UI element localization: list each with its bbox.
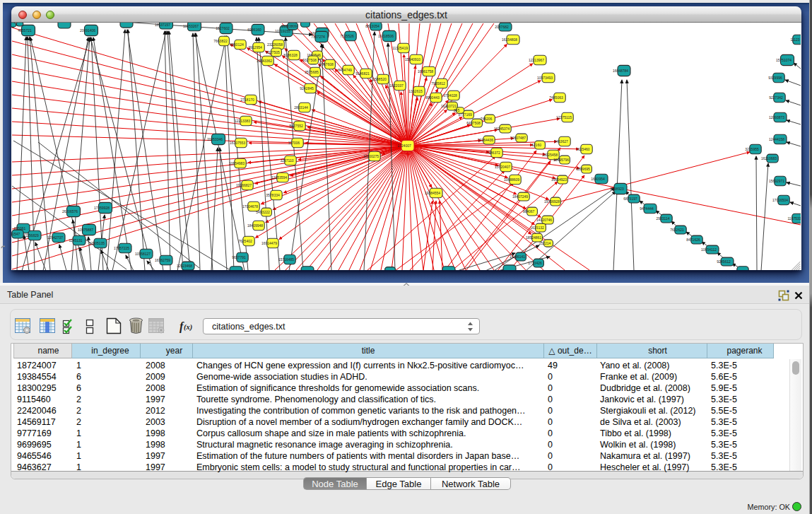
svg-text:12375115: 12375115 [556,115,572,119]
svg-text:4055721: 4055721 [18,28,32,33]
svg-text:6966160: 6966160 [247,28,261,32]
svg-text:9327508: 9327508 [302,58,317,62]
svg-text:3912954: 3912954 [248,45,262,49]
svg-text:2967608: 2967608 [319,62,334,66]
svg-text:8454749: 8454749 [338,68,352,72]
svg-text:7632621: 7632621 [670,228,684,232]
svg-text:2933114: 2933114 [656,216,669,221]
svg-text:26206576: 26206576 [62,209,78,214]
svg-text:2718170: 2718170 [240,98,254,102]
svg-text:6879197: 6879197 [623,197,637,201]
svg-text:1145131: 1145131 [69,238,82,243]
svg-text:2087682: 2087682 [495,25,509,29]
svg-text:9463627: 9463627 [554,139,568,144]
svg-text:9242845: 9242845 [300,86,314,90]
svg-text:10607487: 10607487 [510,136,526,140]
svg-text:16245374: 16245374 [494,127,510,131]
svg-text:117006: 117006 [288,141,300,145]
svg-text:8471626: 8471626 [686,238,700,242]
svg-text:15692971: 15692971 [769,179,784,183]
svg-text:16033809: 16033809 [281,24,297,28]
svg-text:7625402: 7625402 [238,239,252,243]
svg-text:10654112: 10654112 [701,247,717,252]
svg-text:17957225: 17957225 [114,246,129,250]
svg-text:3575685: 3575685 [305,70,319,74]
svg-text:16107553: 16107553 [230,141,245,145]
svg-text:16914479: 16914479 [261,241,277,245]
svg-text:9327505: 9327505 [266,50,280,54]
svg-text:12353594: 12353594 [271,175,287,180]
svg-text:9115460: 9115460 [576,147,589,151]
svg-text:14136141: 14136141 [510,255,525,259]
svg-text:8960124: 8960124 [230,42,244,47]
svg-text:18409948: 18409948 [247,223,263,228]
svg-text:9657791: 9657791 [232,255,246,259]
svg-text:20691406: 20691406 [80,28,95,33]
svg-text:3215955: 3215955 [745,147,759,151]
svg-text:18524861: 18524861 [526,235,541,240]
svg-text:12213383: 12213383 [235,119,250,123]
svg-text:10025458: 10025458 [542,153,558,157]
svg-text:10719155: 10719155 [275,29,290,33]
svg-text:1640954: 1640954 [591,177,605,181]
svg-text:15640910: 15640910 [405,57,420,62]
svg-text:20053346: 20053346 [207,137,223,141]
svg-text:12213967: 12213967 [529,58,544,62]
svg-text:19654923: 19654923 [551,177,567,182]
svg-text:10688609: 10688609 [504,177,519,182]
svg-text:11123: 11123 [790,37,799,42]
svg-text:17359928: 17359928 [94,206,110,210]
svg-text:10958127: 10958127 [135,252,151,256]
svg-text:9227342: 9227342 [769,95,783,100]
svg-text:1733426: 1733426 [528,261,542,265]
svg-text:19756928: 19756928 [544,199,560,204]
svg-text:12505135: 12505135 [89,241,105,245]
svg-text:7485063: 7485063 [549,95,563,100]
svg-text:9245612: 9245612 [717,259,731,264]
svg-text:10543362: 10543362 [257,59,272,63]
svg-text:12444158: 12444158 [769,137,784,141]
svg-text:20364436: 20364436 [478,138,493,142]
svg-text:1362615: 1362615 [408,89,423,93]
svg-text:18300275: 18300275 [363,154,379,158]
svg-text:62160: 62160 [531,143,541,147]
svg-text:3578334: 3578334 [266,193,280,197]
svg-text:5493222: 5493222 [256,210,270,214]
svg-text:18537157: 18537157 [155,23,170,27]
svg-text:10653267: 10653267 [183,24,199,28]
svg-text:252214: 252214 [539,241,551,245]
svg-text:984067: 984067 [523,209,535,214]
svg-text:12942737: 12942737 [47,235,63,240]
svg-text:1615132: 1615132 [530,226,544,230]
svg-text:8938923: 8938923 [610,187,624,191]
svg-text:19218506: 19218506 [378,34,394,38]
svg-text:1822037: 1822037 [389,83,404,88]
svg-text:(x): (x) [184,323,192,332]
svg-text:6734028: 6734028 [443,93,457,98]
svg-text:15720407: 15720407 [495,165,510,169]
svg-text:8990443: 8990443 [425,95,440,100]
svg-text:9777169: 9777169 [458,112,472,117]
svg-text:12093873: 12093873 [769,115,784,119]
svg-text:8186328: 8186328 [283,53,298,57]
svg-text:16782759: 16782759 [155,258,170,262]
svg-text:23226058: 23226058 [267,42,283,47]
svg-text:16648784: 16648784 [613,69,628,73]
svg-text:9329996: 9329996 [768,76,782,80]
svg-text:7386372: 7386372 [486,151,500,155]
svg-text:10973493: 10973493 [537,76,553,80]
svg-text:9474444: 9474444 [640,206,654,211]
svg-text:11156829: 11156829 [23,233,39,238]
svg-text:7663822: 7663822 [213,39,228,43]
svg-text:10975887: 10975887 [78,228,93,232]
svg-text:7955812: 7955812 [431,81,445,86]
svg-text:2803144: 2803144 [294,105,308,110]
svg-text:15716485: 15716485 [278,257,294,262]
svg-text:7357274: 7357274 [311,35,325,39]
svg-text:10654983: 10654983 [229,161,245,165]
svg-text:16210683: 16210683 [761,156,777,160]
svg-text:19166827: 19166827 [236,183,252,187]
svg-text:14120746: 14120746 [536,218,552,222]
svg-text:8427552: 8427552 [289,124,303,128]
svg-text:6497508: 6497508 [466,121,481,125]
